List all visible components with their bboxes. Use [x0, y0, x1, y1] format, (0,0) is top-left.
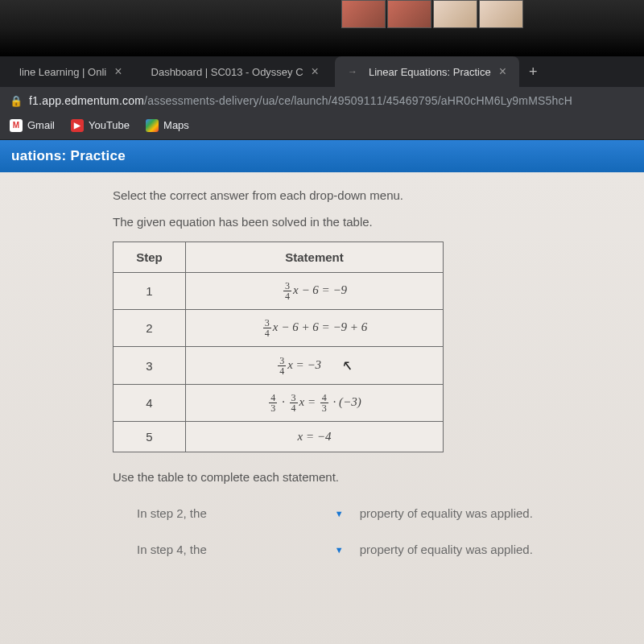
bookmark-label: Maps: [163, 119, 189, 131]
complete-instruction: Use the table to complete each statement…: [113, 470, 612, 484]
address-bar[interactable]: 🔒 f1.app.edmentum.com/assessments-delive…: [0, 87, 644, 114]
window-thumbnails: [341, 0, 523, 28]
col-statement: Statement: [186, 242, 444, 273]
table-row: 3 34x = −3 ↖: [114, 347, 444, 385]
thumbnail: [433, 0, 477, 28]
tab-title: Linear Equations: Practice: [369, 66, 491, 78]
thumbnail: [479, 0, 523, 28]
close-icon[interactable]: ×: [499, 64, 506, 79]
gmail-icon: M: [10, 119, 23, 132]
browser-tab-active[interactable]: → Linear Equations: Practice ×: [335, 56, 519, 87]
bookmark-youtube[interactable]: ▶ YouTube: [71, 119, 130, 132]
cursor-icon: ↖: [341, 357, 353, 374]
step-statement: 43 · 34x = 43 · (−3): [186, 385, 444, 422]
step-num: 5: [114, 422, 186, 452]
fill-text: property of equality was applied.: [360, 506, 533, 520]
step-statement: 34x − 6 + 6 = −9 + 6: [186, 310, 444, 347]
chevron-down-icon: ▼: [335, 545, 344, 555]
window-top-blank: [0, 0, 644, 56]
step-statement: 34x − 6 = −9: [186, 273, 444, 310]
bookmark-maps[interactable]: Maps: [146, 119, 189, 132]
page-title: uations: Practice: [0, 140, 644, 172]
bookmark-label: Gmail: [27, 119, 55, 131]
step-num: 3: [114, 347, 186, 385]
fill-line-1: In step 2, the ▼ property of equality wa…: [113, 506, 612, 520]
dropdown-step4[interactable]: ▼: [223, 545, 344, 555]
step-num: 1: [114, 273, 186, 310]
close-icon[interactable]: ×: [312, 64, 319, 79]
lock-icon: 🔒: [10, 95, 23, 107]
maps-icon: [146, 119, 159, 132]
close-icon[interactable]: ×: [114, 64, 122, 79]
url-text: f1.app.edmentum.com/assessments-delivery…: [29, 94, 572, 107]
step-num: 4: [114, 385, 186, 422]
instruction-text: The given equation has been solved in th…: [113, 215, 612, 229]
fill-text: In step 4, the: [137, 543, 207, 556]
thumbnail: [341, 0, 386, 28]
table-row: 5 x = −4: [114, 422, 444, 452]
main-content: Select the correct answer from each drop…: [0, 172, 644, 644]
step-statement: 34x = −3 ↖: [186, 347, 444, 385]
step-num: 2: [114, 310, 186, 347]
tab-title: line Learning | Onli: [19, 66, 106, 78]
steps-table: Step Statement 1 34x − 6 = −9 2 34x − 6 …: [113, 242, 444, 452]
fill-text: property of equality was applied.: [360, 543, 533, 556]
fill-line-2: In step 4, the ▼ property of equality wa…: [113, 543, 612, 556]
table-row: 2 34x − 6 + 6 = −9 + 6: [114, 310, 444, 347]
bookmark-label: YouTube: [89, 119, 130, 131]
tab-title: Dashboard | SC013 - Odyssey C: [151, 66, 303, 78]
new-tab-button[interactable]: +: [522, 64, 544, 80]
youtube-icon: ▶: [71, 119, 84, 132]
browser-tab[interactable]: Dashboard | SC013 - Odyssey C ×: [138, 56, 332, 87]
chevron-down-icon: ▼: [335, 509, 344, 518]
thumbnail: [387, 0, 431, 28]
browser-tabstrip: line Learning | Onli × Dashboard | SC013…: [0, 56, 644, 87]
col-step: Step: [114, 242, 186, 273]
table-header-row: Step Statement: [114, 242, 444, 273]
table-row: 4 43 · 34x = 43 · (−3): [114, 385, 444, 422]
bookmarks-bar: M Gmail ▶ YouTube Maps: [0, 114, 644, 140]
instruction-text: Select the correct answer from each drop…: [113, 188, 612, 202]
dropdown-step2[interactable]: ▼: [223, 509, 344, 518]
step-statement: x = −4: [186, 422, 444, 452]
fill-text: In step 2, the: [137, 506, 207, 520]
browser-tab[interactable]: line Learning | Onli ×: [6, 56, 135, 87]
table-row: 1 34x − 6 = −9: [114, 273, 444, 310]
arrow-icon: →: [348, 66, 357, 77]
bookmark-gmail[interactable]: M Gmail: [10, 119, 55, 132]
